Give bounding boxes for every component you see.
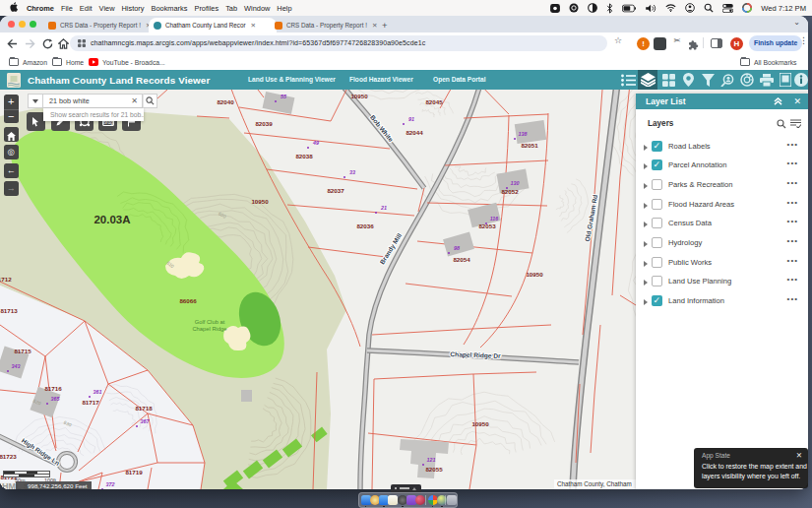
svg-text:367: 367 [141, 418, 151, 424]
svg-text:Golf Club at: Golf Club at [195, 319, 225, 325]
svg-text:82037: 82037 [327, 187, 344, 194]
svg-text:82038: 82038 [295, 153, 313, 159]
svg-text:82045: 82045 [425, 98, 443, 105]
svg-text:10950: 10950 [471, 420, 489, 427]
svg-text:372: 372 [106, 481, 115, 487]
svg-text:116: 116 [490, 216, 500, 222]
svg-text:86066: 86066 [179, 297, 197, 304]
svg-text:21: 21 [380, 205, 387, 211]
svg-text:82055: 82055 [425, 466, 443, 473]
svg-text:365: 365 [51, 396, 61, 402]
svg-text:91: 91 [408, 116, 414, 122]
svg-text:138: 138 [519, 131, 528, 137]
svg-text:82053: 82053 [478, 222, 496, 229]
svg-text:10950: 10950 [251, 198, 269, 205]
svg-text:343: 343 [12, 363, 21, 369]
svg-text:82054: 82054 [453, 256, 470, 263]
svg-text:98: 98 [454, 245, 460, 251]
svg-text:81718: 81718 [135, 405, 153, 412]
svg-text:361: 361 [94, 389, 102, 395]
svg-text:82040: 82040 [217, 98, 234, 105]
svg-text:55: 55 [281, 94, 287, 99]
svg-text:130: 130 [511, 180, 520, 186]
svg-text:82051: 82051 [521, 142, 538, 149]
svg-text:81715: 81715 [14, 348, 31, 354]
svg-text:82044: 82044 [406, 129, 423, 136]
svg-text:81716: 81716 [44, 385, 62, 392]
svg-text:82039: 82039 [255, 120, 273, 127]
svg-text:10950: 10950 [526, 271, 543, 278]
svg-text:49: 49 [312, 140, 319, 146]
svg-text:20.03A: 20.03A [94, 214, 130, 225]
svg-text:33: 33 [349, 169, 355, 175]
svg-text:82052: 82052 [501, 188, 519, 195]
svg-text:81719: 81719 [125, 469, 143, 476]
svg-text:81712: 81712 [0, 276, 12, 283]
svg-text:Chapel Ridge: Chapel Ridge [192, 326, 226, 332]
svg-text:81713: 81713 [0, 307, 18, 314]
svg-text:81723: 81723 [0, 453, 17, 460]
svg-text:82036: 82036 [356, 222, 374, 229]
svg-text:81717: 81717 [82, 399, 99, 406]
svg-text:10950: 10950 [350, 93, 368, 99]
svg-text:121: 121 [427, 457, 436, 463]
